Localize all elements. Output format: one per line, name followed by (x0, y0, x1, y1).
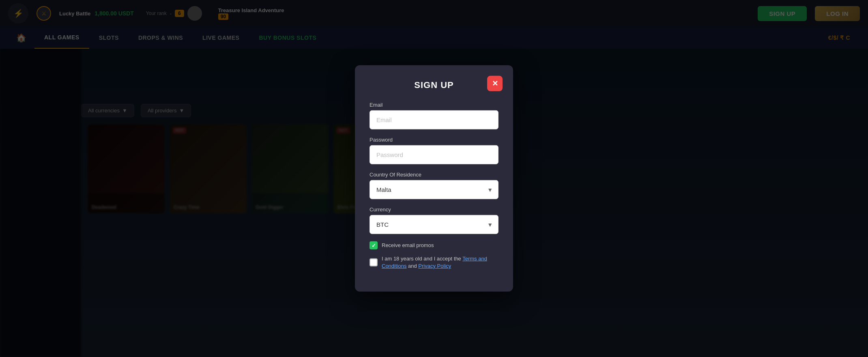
country-group: Country Of Residence Malta ▼ (370, 172, 498, 199)
country-select[interactable]: Malta (370, 180, 498, 199)
email-group: Email (370, 102, 498, 129)
modal-title: SIGN UP (414, 80, 453, 90)
modal-close-button[interactable]: ✕ (487, 76, 503, 91)
password-label: Password (370, 137, 498, 143)
modal-header: SIGN UP ✕ (370, 80, 498, 90)
email-promos-checkbox[interactable] (370, 241, 378, 249)
terms-label: I am 18 years old and I accept the Terms… (382, 255, 498, 270)
country-select-wrapper: Malta ▼ (370, 180, 498, 199)
password-group: Password (370, 137, 498, 164)
country-label: Country Of Residence (370, 172, 498, 178)
currency-select-wrapper: BTC ▼ (370, 215, 498, 234)
email-promos-label: Receive email promos (382, 242, 434, 249)
signup-modal: SIGN UP ✕ Email Password Country Of Resi… (355, 65, 513, 292)
email-label: Email (370, 102, 498, 108)
password-input[interactable] (370, 145, 498, 164)
terms-checkbox[interactable] (370, 258, 378, 267)
email-input[interactable] (370, 110, 498, 129)
currency-label: Currency (370, 206, 498, 213)
privacy-link[interactable]: Privacy Policy (418, 263, 451, 269)
terms-row: I am 18 years old and I accept the Terms… (370, 255, 498, 270)
currency-select[interactable]: BTC (370, 215, 498, 234)
email-promos-row: Receive email promos (370, 241, 498, 249)
currency-group: Currency BTC ▼ (370, 206, 498, 234)
